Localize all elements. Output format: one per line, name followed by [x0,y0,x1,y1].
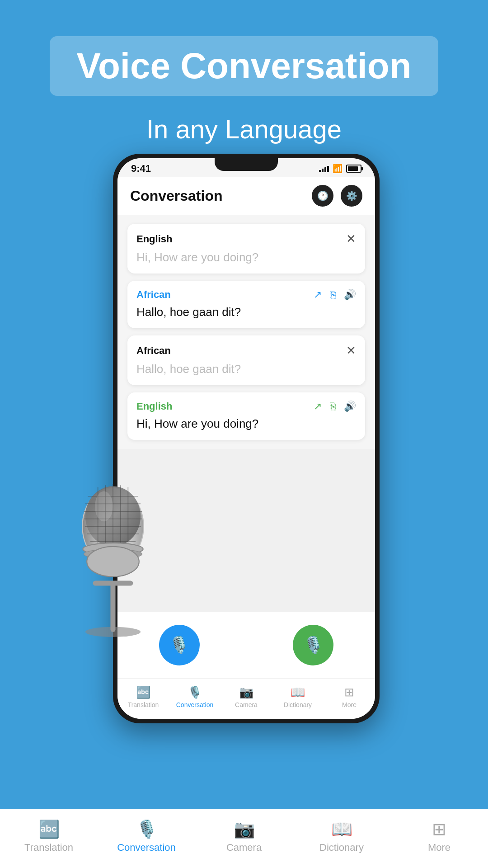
speaker2-icon[interactable]: 🔊 [344,401,356,412]
conversation-nav-label: Conversation [176,701,214,708]
page-nav-camera[interactable]: 📷 Camera [195,819,293,854]
title-badge: Voice Conversation [50,36,439,96]
dictionary-nav-icon: 📖 [291,685,305,699]
share2-icon[interactable]: ↗︎ [314,401,322,412]
clock-icon: 🕐 [317,190,328,201]
copy-icon[interactable]: ⎘ [330,289,336,301]
nav-item-more[interactable]: ⊞ More [324,685,375,708]
conversation-nav-icon: 🎙️ [188,685,202,699]
card4-lang: English [136,401,172,412]
wifi-icon: 📶 [333,164,343,174]
nav-item-camera[interactable]: 📷 Camera [221,685,272,708]
camera-nav-label: Camera [235,701,258,708]
battery-icon [346,165,361,173]
page-nav-translation[interactable]: 🔤 Translation [0,819,98,854]
bottom-nav-bar: 🔤 Translation 🎙️ Conversation 📷 Camera 📖… [117,678,375,719]
african-input-card: African ✕ Hallo, hoe gaan dit? [127,335,365,385]
gear-icon: ⚙️ [346,190,357,201]
translation-nav-icon: 🔤 [136,685,150,699]
screen-content: English ✕ Hi, How are you doing? African… [117,215,375,449]
status-icons: 📶 [319,164,361,174]
microphone-decoration [50,461,176,642]
page-nav-more[interactable]: ⊞ More [390,819,488,854]
card4-output-text: Hi, How are you doing? [136,417,356,431]
mic-button-right[interactable]: 🎙️ [293,625,333,665]
page-camera-label: Camera [226,842,262,854]
african-output-card: African ↗︎ ⎘ 🔊 Hallo, hoe gaan dit? [127,281,365,328]
card2-header: African ↗︎ ⎘ 🔊 [136,289,356,301]
page-translation-label: Translation [24,842,73,854]
camera-nav-icon: 📷 [239,685,253,699]
nav-item-dictionary[interactable]: 📖 Dictionary [272,685,324,708]
app-header: Conversation 🕐 ⚙️ [117,177,375,215]
copy2-icon[interactable]: ⎘ [330,401,336,412]
dictionary-nav-label: Dictionary [284,701,312,708]
signal-icon [319,165,329,172]
more-nav-label: More [342,701,357,708]
phone-notch [215,158,278,171]
card3-close-button[interactable]: ✕ [346,344,356,358]
more-nav-icon: ⊞ [344,685,354,699]
nav-item-translation[interactable]: 🔤 Translation [117,685,169,708]
mic-icon-right: 🎙️ [303,636,324,655]
settings-button[interactable]: ⚙️ [341,185,362,207]
card2-action-icons: ↗︎ ⎘ 🔊 [314,289,356,301]
card1-lang: English [136,233,172,245]
status-time: 9:41 [131,163,151,175]
phone-mockup: 9:41 📶 [86,154,402,778]
translation-nav-label: Translation [128,701,159,708]
english-input-card: English ✕ Hi, How are you doing? [127,224,365,274]
page-conversation-label: Conversation [117,842,176,854]
history-button[interactable]: 🕐 [312,185,333,207]
card4-action-icons: ↗︎ ⎘ 🔊 [314,401,356,412]
header-action-icons: 🕐 ⚙️ [312,185,362,207]
english-output-card: English ↗︎ ⎘ 🔊 Hi, How are you doing? [127,392,365,440]
svg-rect-1 [110,582,115,632]
page-more-label: More [428,842,450,854]
svg-rect-2 [93,580,133,585]
svg-point-21 [95,491,113,522]
page-bottom-nav: 🔤 Translation 🎙️ Conversation 📷 Camera 📖… [0,809,488,868]
share-icon[interactable]: ↗︎ [314,289,322,301]
page-camera-icon: 📷 [234,819,255,839]
card3-input-text: Hallo, hoe gaan dit? [136,362,356,376]
card4-header: English ↗︎ ⎘ 🔊 [136,401,356,412]
page-nav-conversation[interactable]: 🎙️ Conversation [98,819,195,854]
app-title-label: Conversation [130,188,222,204]
svg-point-20 [87,547,139,577]
card1-header: English ✕ [136,232,356,246]
card1-close-button[interactable]: ✕ [346,232,356,246]
page-conversation-icon: 🎙️ [136,819,157,839]
card2-output-text: Hallo, hoe gaan dit? [136,305,356,319]
page-dictionary-label: Dictionary [319,842,364,854]
subtitle: In any Language [146,114,342,144]
card2-lang: African [136,289,171,301]
page-more-icon: ⊞ [432,819,446,839]
page-dictionary-icon: 📖 [331,819,352,839]
page-nav-dictionary[interactable]: 📖 Dictionary [293,819,390,854]
main-title: Voice Conversation [77,45,412,87]
nav-item-conversation[interactable]: 🎙️ Conversation [169,685,221,708]
page-translation-icon: 🔤 [38,819,60,839]
speaker-icon[interactable]: 🔊 [344,289,356,301]
card1-input-text: Hi, How are you doing? [136,250,356,264]
card3-lang: African [136,345,171,357]
header-section: Voice Conversation In any Language [0,0,488,144]
card3-header: African ✕ [136,344,356,358]
